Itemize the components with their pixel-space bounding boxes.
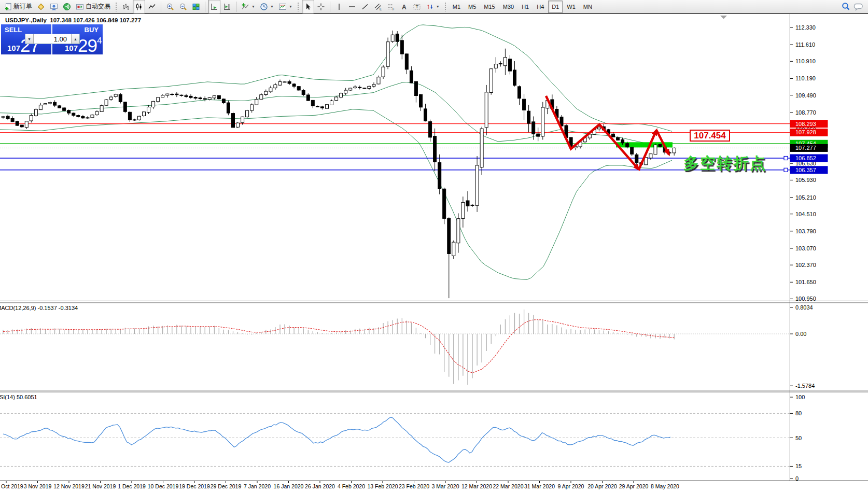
toolbar: 新订单 自动交易 [0,0,868,13]
periods-button[interactable]: ▼ [258,0,276,14]
new-order-icon [4,3,12,11]
volume-control: ▼ ▲ [25,34,80,44]
date-tick-label: 19 Dec 2019 [179,483,210,489]
autotrading-icon [76,3,84,11]
date-tick-label: 8 May 2020 [651,483,679,489]
price-tick-label: 108.770 [795,109,816,116]
price-callout-label[interactable]: 107.454 [690,130,730,142]
chart-shift-icon [223,3,231,11]
date-tick-label: 12 Mar 2020 [461,483,492,489]
date-tick-label: 1 Dec 2019 [118,483,146,489]
channel-button[interactable]: E [372,0,384,14]
bar-chart-button[interactable] [120,0,132,14]
signal-button[interactable] [61,0,73,14]
macd-axis-label: 0.00 [795,331,806,337]
zoom-in-icon [166,3,174,11]
arrows-button[interactable]: ▼ [424,0,442,14]
timeframe-m30[interactable]: M30 [499,1,517,13]
price-tick-label: 103.790 [795,228,816,234]
rsi-axis-label: 80 [795,410,802,416]
timeframe-m1[interactable]: M1 [449,1,464,13]
text-button[interactable]: A [398,0,410,14]
chart-shift-button[interactable] [221,0,233,14]
auto-trading-label: 自动交易 [86,2,110,11]
chart-title: USDJPY-,Daily 107.348 107.426 106.849 10… [5,17,141,23]
auto-trading-button[interactable]: 自动交易 [74,0,113,14]
date-tick-label: 3 Mar 2020 [431,483,459,489]
candlestick-chart-button[interactable] [133,0,145,14]
volume-decrease-button[interactable]: ▼ [25,34,34,44]
chat-icon[interactable] [853,3,863,11]
date-tick-label: 29 Dec 2019 [211,483,242,489]
timeframe-m5[interactable]: M5 [465,1,480,13]
timeframe-m15[interactable]: M15 [480,1,498,13]
timeframe-h1[interactable]: H1 [518,1,533,13]
gold-badge-icon [37,3,45,11]
crosshair-icon [317,3,325,11]
hline-handle[interactable] [784,168,788,172]
auto-scroll-icon [210,3,218,11]
bar-chart-icon [122,3,130,11]
chevron-down-icon: ▼ [251,5,255,8]
date-tick-label: 4 Feb 2020 [338,483,365,489]
trader-profile-button[interactable] [48,0,60,14]
text-icon: A [400,3,408,11]
date-tick-label: 13 Feb 2020 [368,483,398,489]
vertical-line-button[interactable] [333,0,345,14]
indicators-icon [241,3,249,11]
rsi-axis-label: 50 [795,435,802,441]
search-icon[interactable] [842,2,850,11]
date-tick-label: 31 Mar 2020 [524,483,555,489]
price-tick-label: 110.910 [795,58,816,64]
date-tick-label: 12 Nov 2019 [53,483,85,489]
date-tick-label: 9 Apr 2020 [558,483,584,489]
line-chart-button[interactable] [146,0,158,14]
gold-badge-button[interactable] [35,0,47,14]
tile-windows-button[interactable] [190,0,202,14]
rsi-label: RSI(14) 50.6051 [0,394,37,400]
auto-scroll-button[interactable] [208,0,220,14]
price-tick-label: 112.330 [795,24,816,31]
chevron-down-icon: ▼ [270,5,274,8]
macd-label: MACD(12,26,9) -0.1537 -0.3134 [0,305,78,311]
timeframe-h4[interactable]: H4 [533,1,548,13]
timeframe-w1[interactable]: W1 [563,1,579,13]
channel-icon: E [374,3,382,11]
hline-handle[interactable] [784,157,788,160]
volume-input[interactable] [34,34,71,44]
volume-increase-button[interactable]: ▲ [71,34,79,44]
chevron-down-icon: ▼ [289,5,292,8]
templates-button[interactable]: ▼ [276,0,295,14]
text-label-button[interactable]: T [411,0,423,14]
zoom-in-button[interactable] [164,0,176,14]
cursor-icon [304,3,312,11]
tile-windows-icon [192,3,200,11]
price-highlight-label: 107.277 [795,145,816,151]
price-highlight-label: 106.357 [795,167,816,173]
buy-label: BUY [85,26,99,34]
price-highlight-label: 107.928 [795,129,816,135]
horizontal-line-icon [348,3,356,11]
svg-text:A: A [402,3,407,10]
timeframe-d1[interactable]: D1 [548,1,563,13]
cursor-button[interactable] [302,0,314,14]
zoom-out-button[interactable] [177,0,189,14]
sell-label: SELL [5,26,22,34]
signal-icon [63,3,71,11]
pivot-note-text[interactable]: 多空转折点 [683,153,766,174]
timeframe-mn[interactable]: MN [580,1,596,13]
horizontal-line-button[interactable] [346,0,358,14]
fibonacci-button[interactable]: F [385,0,397,14]
new-order-button[interactable]: 新订单 [2,0,34,14]
toolbar-separator [330,2,330,12]
crosshair-button[interactable] [315,0,327,14]
trendline-button[interactable] [359,0,371,14]
svg-text:F: F [393,7,395,11]
chart-area: 112.330111.610110.910110.190109.490108.7… [0,13,868,492]
text-label-icon: T [413,3,421,11]
price-tick-label: 110.190 [795,75,816,81]
indicators-button[interactable]: ▼ [239,0,257,14]
rsi-axis-label: 100 [795,394,805,400]
price-chart-canvas[interactable]: 112.330111.610110.910110.190109.490108.7… [0,14,868,492]
toolbar-grip [297,2,299,11]
